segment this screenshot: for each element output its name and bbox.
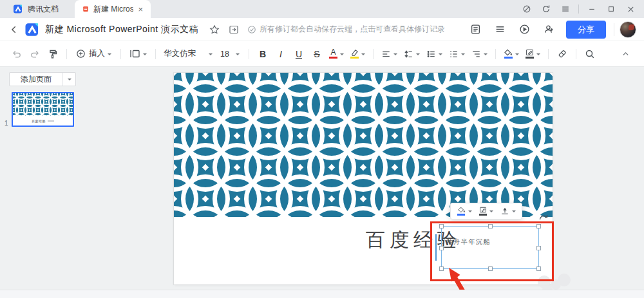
resize-handle-nw[interactable] <box>439 224 444 228</box>
font-color-button[interactable]: A <box>327 45 346 63</box>
block-icon[interactable] <box>518 1 535 17</box>
divider <box>495 49 496 59</box>
insert-button[interactable]: 插入 <box>72 45 115 63</box>
border-color-button[interactable] <box>523 45 543 63</box>
slide-layout-button[interactable] <box>126 45 150 63</box>
border-color-icon <box>526 49 534 59</box>
thumbnail-text-area: 百度经验 <box>13 116 73 126</box>
resize-handle-e[interactable] <box>536 246 541 250</box>
strikethrough-button[interactable]: S <box>308 45 325 63</box>
resize-handle-ne[interactable] <box>536 224 541 228</box>
tab-label: 新建 Microsoft P <box>93 4 133 15</box>
font-family-value: 华文仿宋 <box>164 48 196 59</box>
add-page-button[interactable]: 添加页面 <box>9 72 76 86</box>
chevron-down-icon <box>439 53 442 57</box>
font-size-value: 18 <box>220 50 229 59</box>
italic-button[interactable]: I <box>272 45 289 63</box>
thumbnail-pattern <box>13 93 73 116</box>
bullet-list-button[interactable] <box>424 45 445 63</box>
minimize-icon[interactable] <box>583 1 600 17</box>
mini-fill-color-button[interactable] <box>457 207 472 216</box>
chevron-down-icon <box>68 79 71 82</box>
collapse-toolbar-icon[interactable] <box>617 45 634 63</box>
tab-active-presentation[interactable]: 新建 Microsoft P × <box>75 0 151 18</box>
add-user-icon[interactable] <box>541 22 556 37</box>
page-bottom-band <box>0 290 644 298</box>
maximize-icon[interactable] <box>603 1 620 17</box>
divider <box>578 5 579 14</box>
refresh-icon[interactable] <box>538 1 554 17</box>
titlebar-actions: 分享 <box>466 21 636 39</box>
chevron-down-icon <box>108 53 111 57</box>
line-spacing-button[interactable] <box>401 45 422 63</box>
resize-handle-s[interactable] <box>488 266 493 271</box>
underline-button[interactable]: U <box>290 45 307 63</box>
textbox-text[interactable]: 神舟半年沉船 <box>446 237 491 247</box>
align-icon <box>381 50 391 59</box>
chevron-down-icon <box>340 53 344 57</box>
document-title[interactable]: 新建 Microsoft PowerPoint 演示文稿 <box>45 24 198 35</box>
back-icon[interactable] <box>8 23 21 36</box>
resize-handle-se[interactable] <box>536 266 541 271</box>
slide-number: 1 <box>5 120 8 127</box>
workspace: 添加页面 1 百度经验 <box>0 67 644 298</box>
font-family-select[interactable]: 华文仿宋 <box>161 45 215 63</box>
divider <box>373 49 374 59</box>
layout-icon <box>129 49 140 59</box>
bold-button[interactable]: B <box>254 45 271 63</box>
resize-handle-w[interactable] <box>439 246 444 250</box>
resize-handle-sw[interactable] <box>439 266 444 271</box>
outline-icon[interactable] <box>468 22 483 37</box>
resize-handle-n[interactable] <box>488 224 493 228</box>
close-icon[interactable] <box>622 1 639 17</box>
fill-color-icon <box>457 207 466 216</box>
search-icon[interactable] <box>582 45 598 63</box>
selected-textbox[interactable]: 神舟半年沉船 <box>441 226 539 269</box>
divider <box>155 49 156 59</box>
bullet-list-icon <box>426 50 436 59</box>
font-color-icon: A <box>329 49 337 59</box>
chevron-down-icon <box>468 210 472 214</box>
floating-shape-toolbar <box>450 203 522 219</box>
avatar[interactable] <box>620 21 636 38</box>
font-size-select[interactable]: 18 <box>216 45 243 63</box>
add-page-dropdown[interactable] <box>62 73 75 86</box>
format-painter-icon[interactable] <box>44 45 61 63</box>
slide-canvas[interactable]: 百度经验 神舟半年沉船 <box>174 73 553 284</box>
highlight-color-button[interactable] <box>348 45 368 63</box>
fill-color-button[interactable] <box>501 45 522 63</box>
text-align-button[interactable] <box>379 45 400 63</box>
divider <box>548 49 549 59</box>
slide-thumbnail[interactable]: 百度经验 <box>12 92 74 127</box>
tab-close-icon[interactable]: × <box>138 5 143 14</box>
redo-icon[interactable] <box>26 45 43 63</box>
strike-glyph: S <box>314 49 319 59</box>
chevron-down-icon <box>484 53 488 57</box>
chevron-down-icon <box>515 53 519 57</box>
chevron-down-icon <box>209 53 213 57</box>
star-icon[interactable] <box>207 22 222 37</box>
format-toolbar: 插入 华文仿宋 18 B I U S A <box>0 41 644 67</box>
menu-icon[interactable] <box>492 22 507 37</box>
app-menu-icon[interactable] <box>557 1 574 17</box>
insert-label: 插入 <box>89 48 105 59</box>
mini-arrange-button[interactable] <box>500 207 516 215</box>
mini-border-color-button[interactable] <box>479 207 493 216</box>
divider <box>66 49 67 59</box>
move-to-folder-icon[interactable] <box>226 22 242 37</box>
eraser-icon[interactable] <box>554 45 571 63</box>
present-icon[interactable] <box>516 22 532 37</box>
divider <box>614 23 614 36</box>
multilevel-list-icon <box>471 50 481 59</box>
rotate-handle-icon[interactable] <box>538 213 549 222</box>
tab-tencent-docs[interactable]: 腾讯文档 <box>5 0 75 18</box>
share-button[interactable]: 分享 <box>566 21 606 39</box>
numbered-list-button[interactable] <box>446 45 468 63</box>
undo-icon[interactable] <box>8 45 25 63</box>
divider <box>249 49 249 59</box>
arrange-icon <box>500 207 509 215</box>
chevron-down-icon <box>512 210 516 214</box>
chevron-down-icon <box>361 53 365 57</box>
autosave-status[interactable]: 所有修订都会自动保存云端，点击可查看具体修订记录 <box>247 24 445 35</box>
multilevel-list-button[interactable] <box>469 45 490 63</box>
